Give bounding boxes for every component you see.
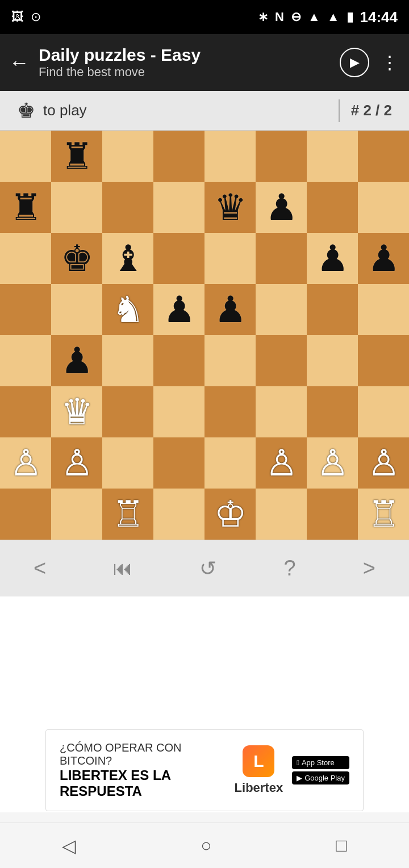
- cell-3-5[interactable]: [256, 284, 307, 335]
- google-play-button[interactable]: ▶ Google Play: [292, 771, 349, 784]
- cell-1-6[interactable]: [307, 182, 358, 233]
- piece-3-2: ♞: [112, 291, 144, 328]
- app-store-label: App Store: [302, 758, 335, 767]
- libertex-logo-icon: L: [243, 745, 274, 777]
- cell-4-0[interactable]: [0, 335, 51, 386]
- play-button[interactable]: ▶: [340, 48, 369, 77]
- cell-2-2[interactable]: ♝: [102, 233, 153, 284]
- cell-0-7[interactable]: [358, 131, 409, 182]
- cell-7-4[interactable]: ♔: [204, 489, 256, 540]
- cell-2-7[interactable]: ♟: [358, 233, 409, 284]
- cell-6-2[interactable]: [102, 437, 153, 489]
- piece-6-6: ♙: [316, 445, 349, 481]
- cell-7-5[interactable]: [256, 489, 307, 540]
- back-button[interactable]: ←: [9, 51, 30, 74]
- cell-1-3[interactable]: [153, 182, 204, 233]
- cell-7-1[interactable]: [51, 489, 102, 540]
- more-button[interactable]: ⋮: [381, 52, 400, 73]
- cell-3-7[interactable]: [358, 284, 409, 335]
- cell-3-1[interactable]: [51, 284, 102, 335]
- cell-5-4[interactable]: [204, 386, 256, 437]
- cell-5-1[interactable]: ♛: [51, 386, 102, 437]
- cell-1-2[interactable]: [102, 182, 153, 233]
- app-bar-subtitle: Find the best move: [39, 65, 331, 80]
- cell-2-3[interactable]: [153, 233, 204, 284]
- cell-5-7[interactable]: [358, 386, 409, 437]
- cell-1-4[interactable]: ♛: [204, 182, 256, 233]
- rewind-button[interactable]: ⏮: [102, 552, 144, 585]
- cell-5-2[interactable]: [102, 386, 153, 437]
- libertex-logo-letter: L: [253, 752, 264, 771]
- cell-2-4[interactable]: [204, 233, 256, 284]
- piece-0-1: ♜: [61, 138, 93, 174]
- black-king-icon: ♚: [17, 99, 35, 123]
- cell-3-6[interactable]: [307, 284, 358, 335]
- piece-1-4: ♛: [214, 189, 247, 226]
- page-wrapper: 🖼 ⊙ ∗ N ⊖ ▲ ▲ ▮ 14:44 ← Daily puzzles - …: [0, 0, 409, 868]
- cell-4-4[interactable]: [204, 335, 256, 386]
- system-recent-button[interactable]: □: [336, 835, 347, 856]
- chess-board[interactable]: ♜♜♛♟♚♝♟♟♞♟♟♟♛♙♙♙♙♙♖♔♖: [0, 131, 409, 540]
- app-store-button[interactable]:  App Store: [292, 756, 349, 769]
- piece-7-4: ♔: [214, 496, 247, 532]
- bottom-nav: ◁ ○ □: [0, 823, 409, 868]
- undo-button[interactable]: ↺: [188, 551, 228, 586]
- cell-0-3[interactable]: [153, 131, 204, 182]
- cell-0-5[interactable]: [256, 131, 307, 182]
- cell-6-0[interactable]: ♙: [0, 437, 51, 489]
- cell-4-6[interactable]: [307, 335, 358, 386]
- cell-4-3[interactable]: [153, 335, 204, 386]
- piece-6-5: ♙: [265, 445, 298, 481]
- cell-7-3[interactable]: [153, 489, 204, 540]
- cell-4-1[interactable]: ♟: [51, 335, 102, 386]
- cell-2-6[interactable]: ♟: [307, 233, 358, 284]
- cell-7-7[interactable]: ♖: [358, 489, 409, 540]
- cell-6-3[interactable]: [153, 437, 204, 489]
- piece-6-1: ♙: [61, 445, 93, 481]
- piece-1-5: ♟: [265, 189, 298, 226]
- cell-2-1[interactable]: ♚: [51, 233, 102, 284]
- cell-1-5[interactable]: ♟: [256, 182, 307, 233]
- ad-banner[interactable]: ¿CÓMO OPERAR CON BITCOIN? LIBERTEX ES LA…: [45, 729, 364, 811]
- cell-1-0[interactable]: ♜: [0, 182, 51, 233]
- cell-6-7[interactable]: ♙: [358, 437, 409, 489]
- piece-6-0: ♙: [10, 445, 42, 481]
- cell-3-0[interactable]: [0, 284, 51, 335]
- cell-5-6[interactable]: [307, 386, 358, 437]
- cell-5-5[interactable]: [256, 386, 307, 437]
- ad-logo-block: L Libertex: [235, 745, 283, 795]
- status-bar-right: ∗ N ⊖ ▲ ▲ ▮ 14:44: [258, 9, 398, 26]
- cell-6-1[interactable]: ♙: [51, 437, 102, 489]
- next-button[interactable]: >: [352, 550, 387, 586]
- cell-0-0[interactable]: [0, 131, 51, 182]
- cell-3-2[interactable]: ♞: [102, 284, 153, 335]
- cell-4-7[interactable]: [358, 335, 409, 386]
- cell-2-5[interactable]: [256, 233, 307, 284]
- cell-5-0[interactable]: [0, 386, 51, 437]
- cell-1-1[interactable]: [51, 182, 102, 233]
- cell-1-7[interactable]: [358, 182, 409, 233]
- cell-3-4[interactable]: ♟: [204, 284, 256, 335]
- cell-0-4[interactable]: [204, 131, 256, 182]
- signal-icon: ▲: [327, 10, 340, 24]
- cell-0-1[interactable]: ♜: [51, 131, 102, 182]
- system-back-button[interactable]: ◁: [62, 835, 76, 857]
- system-home-button[interactable]: ○: [201, 835, 211, 856]
- cell-7-0[interactable]: [0, 489, 51, 540]
- cell-6-5[interactable]: ♙: [256, 437, 307, 489]
- cell-0-2[interactable]: [102, 131, 153, 182]
- hint-button[interactable]: ?: [272, 550, 307, 586]
- cell-5-3[interactable]: [153, 386, 204, 437]
- piece-4-1: ♟: [61, 343, 93, 379]
- cell-4-2[interactable]: [102, 335, 153, 386]
- cell-3-3[interactable]: ♟: [153, 284, 204, 335]
- piece-1-0: ♜: [10, 189, 42, 226]
- cell-7-6[interactable]: [307, 489, 358, 540]
- cell-7-2[interactable]: ♖: [102, 489, 153, 540]
- cell-6-4[interactable]: [204, 437, 256, 489]
- prev-button[interactable]: <: [22, 550, 57, 586]
- cell-0-6[interactable]: [307, 131, 358, 182]
- cell-4-5[interactable]: [256, 335, 307, 386]
- cell-2-0[interactable]: [0, 233, 51, 284]
- cell-6-6[interactable]: ♙: [307, 437, 358, 489]
